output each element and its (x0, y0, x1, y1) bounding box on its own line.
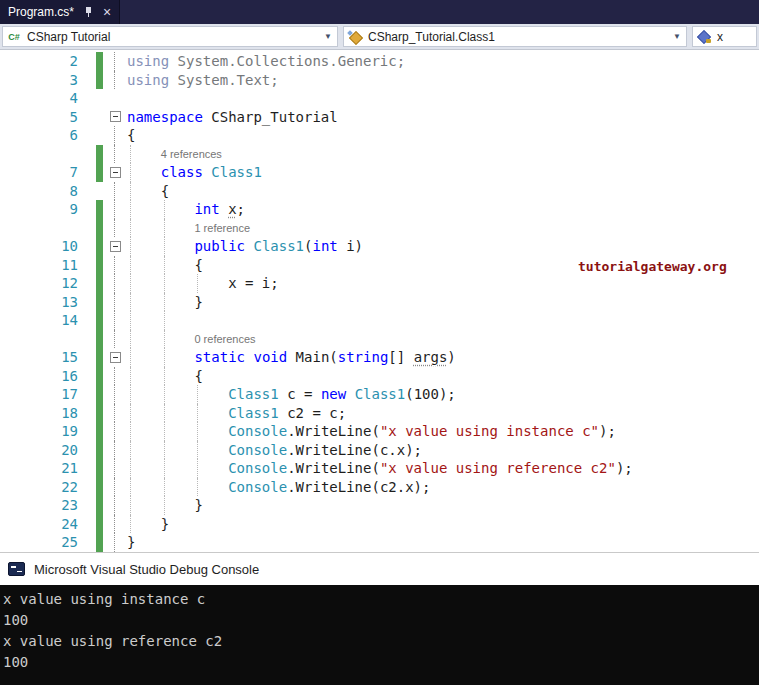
indent-guide (130, 478, 131, 497)
line-number: 7 (0, 163, 86, 182)
chevron-down-icon: ▼ (322, 32, 334, 41)
indent-guide (197, 478, 198, 497)
indent-guide (164, 348, 165, 367)
line-number (0, 219, 86, 238)
code-text: static void Main(string[] args) (127, 348, 759, 367)
code-row: 24 } (0, 515, 759, 534)
line-number: 22 (0, 478, 86, 497)
indent-guide (130, 496, 131, 515)
change-tracking-bar (96, 219, 103, 238)
type-dropdown-label: CSharp_Tutorial.Class1 (363, 30, 671, 44)
indent-guide (130, 256, 131, 275)
code-row: 3using System.Text; (0, 71, 759, 90)
change-tracking-bar (96, 71, 103, 90)
outline-margin (103, 274, 127, 293)
indent-guide (130, 237, 131, 256)
code-text: } (127, 533, 759, 552)
line-number: 5 (0, 108, 86, 127)
code-row: 21 Console.WriteLine("x value using refe… (0, 459, 759, 478)
member-dropdown[interactable]: x (692, 26, 757, 47)
close-icon[interactable]: × (103, 5, 111, 19)
code-text (127, 311, 759, 330)
indent-guide (130, 441, 131, 460)
code-text: Class1 c2 = c; (127, 404, 759, 423)
fold-collapse-icon[interactable] (110, 241, 121, 252)
indent-guide (130, 515, 131, 534)
indent-guide (164, 404, 165, 423)
code-row: 25} (0, 533, 759, 552)
change-tracking-bar (96, 52, 103, 71)
indent-guide (164, 478, 165, 497)
code-text: class Class1 (127, 163, 759, 182)
line-number: 16 (0, 367, 86, 386)
change-tracking-bar (96, 126, 103, 145)
type-dropdown[interactable]: CSharp_Tutorial.Class1 ▼ (343, 26, 687, 47)
change-tracking-bar (96, 237, 103, 256)
code-text: Console.WriteLine("x value using instanc… (127, 422, 759, 441)
outline-margin (103, 182, 127, 201)
visual-studio-window: Program.cs* × C# CSharp Tutorial ▼ CShar… (0, 0, 759, 685)
indent-guide (130, 404, 131, 423)
change-tracking-bar (96, 459, 103, 478)
project-dropdown-label: CSharp Tutorial (22, 30, 322, 44)
indent-guide (197, 459, 198, 478)
outline-margin (103, 163, 127, 182)
outline-margin (103, 89, 127, 108)
tab-label: Program.cs* (8, 5, 74, 19)
indent-guide (197, 441, 198, 460)
code-text: public Class1(int i) (127, 237, 759, 256)
indent-guide (164, 200, 165, 219)
fold-collapse-icon[interactable] (110, 111, 121, 122)
debug-console-title: Microsoft Visual Studio Debug Console (34, 562, 259, 577)
outline-margin (103, 478, 127, 497)
line-number: 15 (0, 348, 86, 367)
indent-guide (164, 367, 165, 386)
change-tracking-bar (96, 108, 103, 127)
tab-program-cs[interactable]: Program.cs* × (0, 0, 120, 24)
line-number: 12 (0, 274, 86, 293)
code-row: 10 public Class1(int i) (0, 237, 759, 256)
change-tracking-bar (96, 367, 103, 386)
line-number: 10 (0, 237, 86, 256)
change-tracking-bar (96, 404, 103, 423)
indent-guide (130, 293, 131, 312)
codelens-text: 0 references (127, 330, 759, 349)
line-number: 4 (0, 89, 86, 108)
code-row: 9 int x; (0, 200, 759, 219)
outline-margin (103, 200, 127, 219)
fold-collapse-icon[interactable] (110, 352, 121, 363)
console-line: 100 (3, 652, 759, 673)
code-row: 22 Console.WriteLine(c2.x); (0, 478, 759, 497)
outline-margin (103, 348, 127, 367)
indent-guide (130, 145, 131, 164)
fold-collapse-icon[interactable] (110, 167, 121, 178)
indent-guide (130, 385, 131, 404)
pin-icon[interactable] (83, 6, 94, 19)
change-tracking-bar (96, 145, 103, 164)
project-dropdown[interactable]: C# CSharp Tutorial ▼ (2, 26, 338, 47)
document-tab-bar: Program.cs* × (0, 0, 759, 24)
member-dropdown-label: x (712, 30, 753, 44)
code-row: 14 (0, 311, 759, 330)
console-output[interactable]: x value using instance c100x value using… (0, 585, 759, 685)
code-row: 7 class Class1 (0, 163, 759, 182)
indent-guide (164, 385, 165, 404)
indent-guide (130, 200, 131, 219)
outline-margin (103, 293, 127, 312)
code-row: 15 static void Main(string[] args) (0, 348, 759, 367)
line-number: 21 (0, 459, 86, 478)
code-text: using System.Collections.Generic; (127, 52, 759, 71)
outline-margin (103, 126, 127, 145)
outline-margin (103, 515, 127, 534)
outline-margin (103, 422, 127, 441)
line-number (0, 330, 86, 349)
code-text: Console.WriteLine(c.x); (127, 441, 759, 460)
chevron-down-icon: ▼ (671, 32, 683, 41)
code-row: 23 } (0, 496, 759, 515)
indent-guide (164, 274, 165, 293)
code-text: } (127, 515, 759, 534)
code-editor[interactable]: 2using System.Collections.Generic;3using… (0, 50, 759, 552)
outline-margin (103, 404, 127, 423)
line-number: 19 (0, 422, 86, 441)
code-row: 8 { (0, 182, 759, 201)
